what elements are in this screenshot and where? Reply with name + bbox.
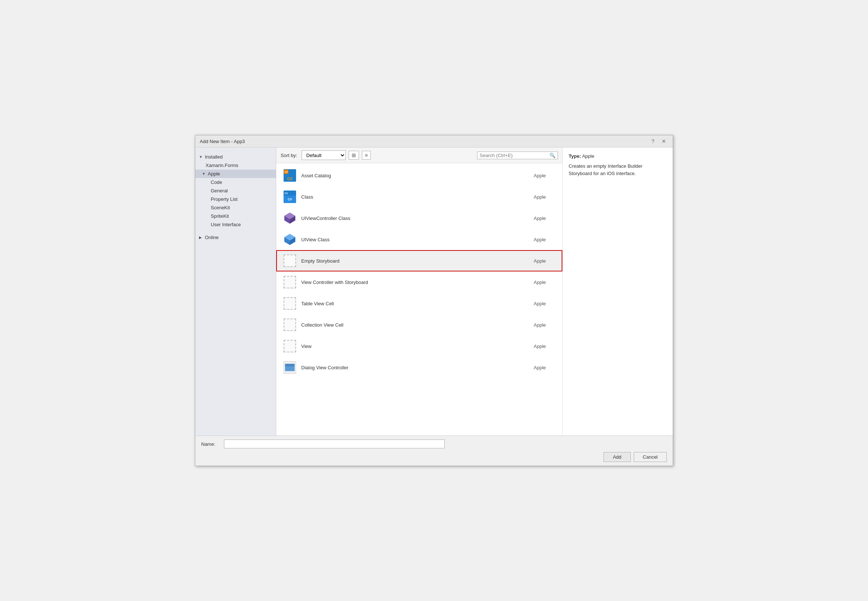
sidebar-item-installed[interactable]: ▼ Installed (195, 153, 276, 161)
table-view-cell-icon (283, 296, 297, 310)
list-item-table-view-cell[interactable]: Table View Cell Apple (276, 293, 562, 314)
dialog-view-controller-name: Dialog View Controller (301, 365, 534, 371)
list-item-uiview[interactable]: UIView Class Apple (276, 229, 562, 250)
type-value: Apple (582, 153, 594, 159)
class-icon: C# C# C# (283, 190, 297, 204)
list-item-collection-view-cell[interactable]: Collection View Cell Apple (276, 314, 562, 336)
view-controller-storyboard-name: View Controller with Storyboard (301, 279, 534, 285)
spritekit-label: SpriteKit (211, 214, 229, 219)
empty-storyboard-name: Empty Storyboard (301, 258, 534, 264)
code-label: Code (211, 180, 222, 185)
close-button[interactable]: ✕ (659, 137, 668, 145)
bottom-bar: Name: Add Cancel (195, 435, 673, 466)
table-view-cell-category: Apple (534, 301, 556, 307)
main-area: ▼ Installed Xamarin.Forms ▼ Apple Code G… (195, 148, 673, 435)
installed-section: ▼ Installed Xamarin.Forms ▼ Apple Code G… (195, 151, 276, 230)
collection-view-cell-icon (283, 318, 297, 332)
view-controller-storyboard-icon (283, 275, 297, 289)
dialog-view-controller-icon (283, 360, 297, 374)
sort-label: Sort by: (281, 153, 297, 158)
sidebar-item-apple[interactable]: ▼ Apple (195, 169, 276, 178)
sidebar-item-scenekit[interactable]: SceneKit (195, 203, 276, 212)
list-item-dialog-view-controller[interactable]: Dialog View Controller Apple (276, 357, 562, 378)
sidebar-item-property-list[interactable]: Property List (195, 195, 276, 203)
list-view-button[interactable]: ≡ (362, 151, 371, 160)
installed-arrow: ▼ (199, 155, 204, 159)
search-icon: 🔍 (549, 153, 555, 158)
uiview-category: Apple (534, 237, 556, 243)
apple-arrow: ▼ (202, 172, 207, 176)
list-item-uiviewcontroller[interactable]: UIViewController Class Apple (276, 207, 562, 229)
add-button[interactable]: Add (604, 452, 630, 462)
sidebar-item-spritekit[interactable]: SpriteKit (195, 212, 276, 220)
list-item-view-controller-storyboard[interactable]: View Controller with Storyboard Apple (276, 272, 562, 293)
items-list: C# C# Asset Catalog Apple (276, 163, 562, 435)
table-view-cell-name: Table View Cell (301, 301, 534, 307)
general-label: General (211, 188, 228, 194)
sidebar-item-online[interactable]: ▶ Online (195, 233, 276, 242)
help-button[interactable]: ? (649, 137, 656, 145)
description-panel: Type: Apple Creates an empty Interface B… (562, 148, 673, 435)
scenekit-label: SceneKit (211, 205, 230, 211)
uiviewcontroller-icon (283, 211, 297, 225)
list-item-class[interactable]: C# C# C# Class Apple (276, 186, 562, 207)
search-input[interactable] (480, 153, 548, 158)
toolbar: Sort by: Default Name Category ⊞ ≡ 🔍 (276, 148, 562, 163)
view-category: Apple (534, 343, 556, 349)
sidebar-item-xamarin-forms[interactable]: Xamarin.Forms (195, 161, 276, 169)
title-bar-buttons: ? ✕ (649, 137, 668, 145)
title-bar: Add New Item - App3 ? ✕ (195, 135, 673, 148)
sidebar: ▼ Installed Xamarin.Forms ▼ Apple Code G… (195, 148, 276, 435)
list-item-asset-catalog[interactable]: C# C# Asset Catalog Apple (276, 165, 562, 186)
type-label: Type: (569, 153, 581, 159)
view-icon (283, 339, 297, 353)
dialog-view-controller-category: Apple (534, 365, 556, 371)
add-new-item-dialog: Add New Item - App3 ? ✕ ▼ Installed Xama… (195, 135, 673, 466)
installed-label: Installed (205, 154, 223, 160)
property-list-label: Property List (211, 197, 238, 202)
asset-catalog-icon: C# C# (283, 168, 297, 182)
online-arrow: ▶ (199, 235, 204, 239)
grid-icon: ⊞ (352, 152, 356, 158)
sort-select[interactable]: Default Name Category (302, 150, 346, 160)
collection-view-cell-category: Apple (534, 322, 556, 328)
list-icon: ≡ (365, 152, 368, 158)
online-label: Online (205, 235, 219, 240)
apple-label: Apple (208, 171, 220, 177)
sidebar-item-code[interactable]: Code (195, 178, 276, 186)
online-section: ▶ Online (195, 233, 276, 242)
xamarin-forms-label: Xamarin.Forms (206, 163, 238, 168)
user-interface-label: User Interface (211, 222, 241, 227)
asset-catalog-category: Apple (534, 173, 556, 178)
button-row: Add Cancel (201, 452, 667, 462)
list-item-view[interactable]: View Apple (276, 336, 562, 357)
empty-storyboard-icon (283, 254, 297, 268)
uiview-name: UIView Class (301, 237, 534, 243)
uiviewcontroller-name: UIViewController Class (301, 215, 534, 221)
sidebar-item-user-interface[interactable]: User Interface (195, 220, 276, 229)
name-input[interactable] (224, 439, 445, 448)
sidebar-item-general[interactable]: General (195, 186, 276, 195)
view-name: View (301, 343, 534, 349)
dialog-title: Add New Item - App3 (200, 139, 245, 144)
content-area: Sort by: Default Name Category ⊞ ≡ 🔍 (276, 148, 562, 435)
class-category: Apple (534, 194, 556, 200)
asset-catalog-name: Asset Catalog (301, 173, 534, 178)
empty-storyboard-category: Apple (534, 258, 556, 264)
name-label: Name: (201, 441, 220, 447)
uiview-icon (283, 232, 297, 246)
name-row: Name: (201, 439, 667, 448)
uiviewcontroller-category: Apple (534, 215, 556, 221)
class-name: Class (301, 194, 534, 200)
cancel-button[interactable]: Cancel (634, 452, 667, 462)
collection-view-cell-name: Collection View Cell (301, 322, 534, 328)
description-type: Type: Apple (569, 153, 667, 159)
view-controller-storyboard-category: Apple (534, 279, 556, 285)
list-item-empty-storyboard[interactable]: Empty Storyboard Apple (276, 250, 562, 272)
description-text: Creates an empty Interface Builder Story… (569, 163, 667, 177)
search-box[interactable]: 🔍 (477, 151, 558, 159)
grid-view-button[interactable]: ⊞ (349, 151, 359, 160)
